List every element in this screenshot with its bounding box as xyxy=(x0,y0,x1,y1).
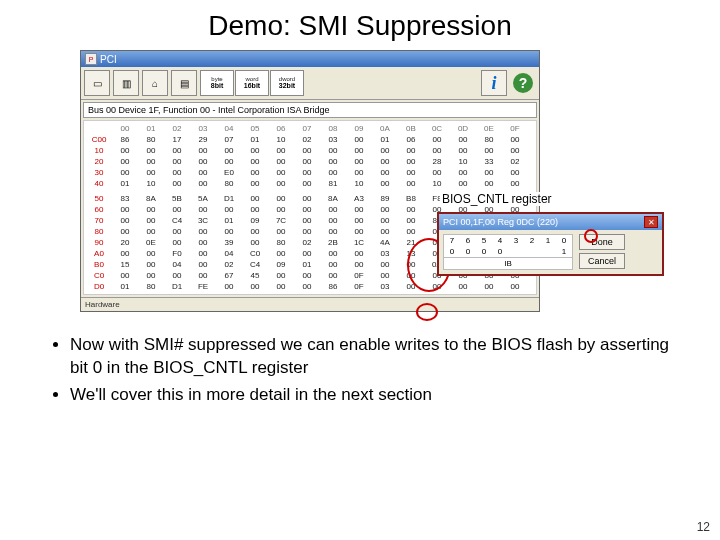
hex-cell[interactable]: 00 xyxy=(268,248,294,259)
hex-cell[interactable]: 00 xyxy=(320,204,346,215)
bit-value[interactable]: 0 xyxy=(492,246,508,257)
hex-cell[interactable]: 00 xyxy=(242,193,268,204)
hex-cell[interactable]: 00 xyxy=(190,167,216,178)
hex-cell[interactable]: 00 xyxy=(346,167,372,178)
hex-cell[interactable]: 07 xyxy=(216,134,242,145)
hex-cell[interactable]: 00 xyxy=(476,281,502,292)
hex-cell[interactable]: 00 xyxy=(242,156,268,167)
hex-cell[interactable]: 01 xyxy=(216,215,242,226)
hex-cell[interactable]: 00 xyxy=(190,226,216,237)
hex-cell[interactable]: 83 xyxy=(112,193,138,204)
help-button[interactable]: ? xyxy=(510,70,536,96)
hex-cell[interactable]: 00 xyxy=(268,145,294,156)
hex-cell[interactable]: 00 xyxy=(164,270,190,281)
hex-cell[interactable]: 00 xyxy=(398,204,424,215)
hex-cell[interactable]: 00 xyxy=(294,178,320,189)
hex-cell[interactable]: 8A xyxy=(138,193,164,204)
hex-cell[interactable]: 00 xyxy=(294,145,320,156)
bit-value[interactable] xyxy=(540,246,556,257)
hex-cell[interactable]: 00 xyxy=(112,204,138,215)
hex-cell[interactable]: 17 xyxy=(164,134,190,145)
hex-cell[interactable]: 00 xyxy=(476,167,502,178)
hex-cell[interactable]: 00 xyxy=(242,237,268,248)
hex-cell[interactable]: 00 xyxy=(190,248,216,259)
hex-cell[interactable]: 00 xyxy=(320,167,346,178)
hex-cell[interactable]: 00 xyxy=(320,270,346,281)
hex-cell[interactable]: 00 xyxy=(346,259,372,270)
hex-cell[interactable]: 00 xyxy=(294,281,320,292)
hex-cell[interactable]: FE xyxy=(190,281,216,292)
hex-cell[interactable]: 45 xyxy=(242,270,268,281)
hex-cell[interactable]: 00 xyxy=(476,145,502,156)
hex-cell[interactable]: 00 xyxy=(346,134,372,145)
hex-cell[interactable]: 86 xyxy=(320,281,346,292)
hex-cell[interactable]: 09 xyxy=(268,259,294,270)
hex-cell[interactable]: 00 xyxy=(138,156,164,167)
hex-cell[interactable]: 0F xyxy=(346,270,372,281)
hex-cell[interactable]: 89 xyxy=(372,193,398,204)
hex-cell[interactable]: 00 xyxy=(502,167,528,178)
hex-cell[interactable]: 29 xyxy=(190,134,216,145)
hex-cell[interactable]: 10 xyxy=(450,156,476,167)
width-button[interactable]: word16bit xyxy=(235,70,269,96)
hex-cell[interactable]: 00 xyxy=(242,204,268,215)
bit-value[interactable] xyxy=(508,246,524,257)
hex-cell[interactable]: 00 xyxy=(502,145,528,156)
hex-cell[interactable]: 00 xyxy=(164,167,190,178)
hex-cell[interactable]: 01 xyxy=(242,134,268,145)
hex-cell[interactable]: 0E xyxy=(138,237,164,248)
hex-cell[interactable]: 00 xyxy=(450,178,476,189)
hex-cell[interactable]: 02 xyxy=(502,156,528,167)
hex-cell[interactable]: 00 xyxy=(112,167,138,178)
hex-cell[interactable]: 00 xyxy=(320,226,346,237)
hex-cell[interactable]: 04 xyxy=(164,259,190,270)
hex-cell[interactable]: 80 xyxy=(138,281,164,292)
hex-cell[interactable]: 00 xyxy=(190,204,216,215)
hex-cell[interactable]: 01 xyxy=(112,178,138,189)
hex-cell[interactable]: 00 xyxy=(320,259,346,270)
hex-cell[interactable]: 00 xyxy=(242,281,268,292)
hex-cell[interactable]: 00 xyxy=(294,167,320,178)
hex-cell[interactable]: 00 xyxy=(268,178,294,189)
hex-cell[interactable]: 00 xyxy=(164,145,190,156)
hex-cell[interactable]: 00 xyxy=(190,178,216,189)
hex-cell[interactable]: D1 xyxy=(216,193,242,204)
hex-cell[interactable]: 00 xyxy=(372,270,398,281)
hex-cell[interactable]: 00 xyxy=(294,215,320,226)
hex-cell[interactable]: 00 xyxy=(424,145,450,156)
hex-cell[interactable]: E0 xyxy=(216,167,242,178)
hex-cell[interactable]: 00 xyxy=(372,215,398,226)
hex-cell[interactable]: 00 xyxy=(268,156,294,167)
hex-cell[interactable]: 00 xyxy=(138,270,164,281)
hex-cell[interactable]: 00 xyxy=(294,156,320,167)
hex-cell[interactable]: 00 xyxy=(398,226,424,237)
hex-cell[interactable]: 5A xyxy=(190,193,216,204)
hex-cell[interactable]: 00 xyxy=(346,226,372,237)
hex-cell[interactable]: 00 xyxy=(216,145,242,156)
hex-cell[interactable]: 00 xyxy=(138,145,164,156)
hex-cell[interactable]: 3C xyxy=(190,215,216,226)
hex-cell[interactable]: 00 xyxy=(190,259,216,270)
hex-cell[interactable]: A3 xyxy=(346,193,372,204)
hex-cell[interactable]: 7C xyxy=(268,215,294,226)
hex-cell[interactable]: 00 xyxy=(164,204,190,215)
hex-cell[interactable]: 01 xyxy=(294,259,320,270)
hex-cell[interactable]: F0 xyxy=(164,248,190,259)
hex-cell[interactable]: 00 xyxy=(138,248,164,259)
hex-cell[interactable]: 00 xyxy=(346,215,372,226)
hex-cell[interactable]: 67 xyxy=(216,270,242,281)
width-button[interactable]: dword32bit xyxy=(270,70,304,96)
toolbar-button-3[interactable]: ⌂ xyxy=(142,70,168,96)
hex-cell[interactable]: 00 xyxy=(112,270,138,281)
hex-cell[interactable]: 00 xyxy=(502,178,528,189)
hex-cell[interactable]: 00 xyxy=(294,226,320,237)
hex-cell[interactable]: 00 xyxy=(398,215,424,226)
hex-cell[interactable]: 00 xyxy=(268,193,294,204)
hex-cell[interactable]: 00 xyxy=(294,204,320,215)
hex-cell[interactable]: 00 xyxy=(398,156,424,167)
width-button[interactable]: byte8bit xyxy=(200,70,234,96)
hex-cell[interactable]: 20 xyxy=(112,237,138,248)
hex-cell[interactable]: 00 xyxy=(320,156,346,167)
hex-cell[interactable]: C4 xyxy=(164,215,190,226)
bit-value[interactable] xyxy=(524,246,540,257)
